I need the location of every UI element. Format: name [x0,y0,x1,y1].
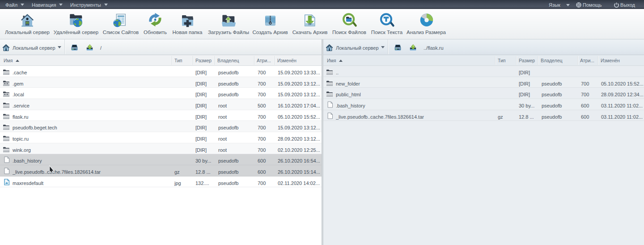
svg-text:ZIP: ZIP [308,23,311,26]
